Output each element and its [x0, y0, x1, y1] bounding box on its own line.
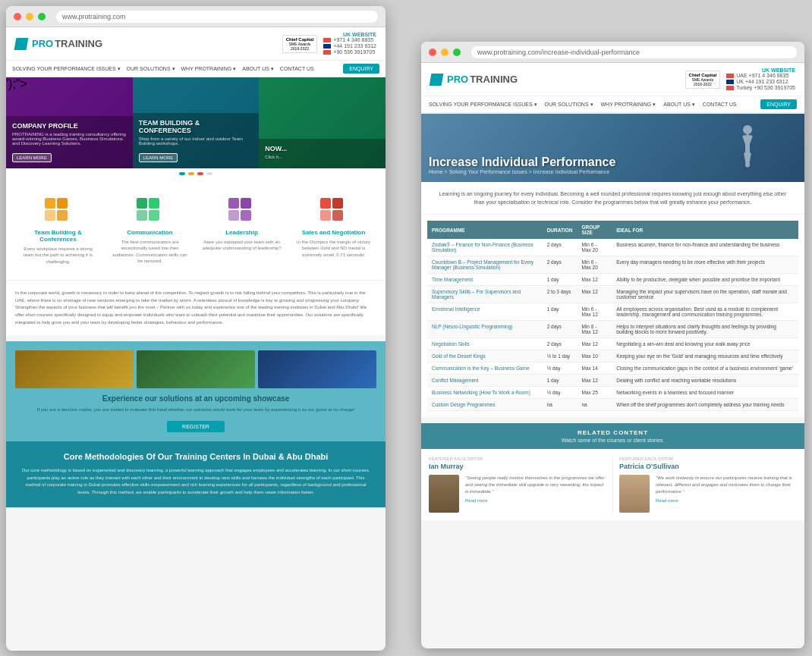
hero-panel-now: NOW... Click h... — [259, 77, 386, 168]
table-row: Countdown B – Project Management for Eve… — [427, 256, 798, 274]
logo-left: PRO TRAINING — [15, 38, 102, 50]
right-header-info: Chief Capital SME Awards 2016-2022 UK WE… — [685, 67, 795, 91]
browser-chrome-left: www.protraining.com — [6, 6, 386, 27]
slider-dots — [6, 168, 386, 179]
facilitator-ian-row: "Seeing people really involve themselves… — [429, 475, 606, 513]
left-browser-window: www.protraining.com PRO TRAINING Chief C… — [6, 6, 386, 651]
close-dot-right[interactable] — [429, 49, 436, 56]
table-row: Emotional Intelligence1 dayMin 6 - Max 1… — [427, 303, 798, 321]
nav-solutions-right[interactable]: OUR SOLUTIONS ▾ — [545, 102, 593, 108]
contact-info-left: UK WEBSITE +971 4 346 8835 +44 191 233 6… — [323, 32, 376, 55]
nav-performance-right[interactable]: SOLVING YOUR PERFORMANCE ISSUES ▾ — [429, 102, 537, 108]
left-browser-content: PRO TRAINING Chief Capital SME Awards 20… — [6, 27, 386, 651]
right-browser-window: www.protraining.com/increase-individual-… — [421, 42, 804, 648]
patricia-photo — [619, 475, 650, 513]
nav-about-right[interactable]: ABOUT US ▾ — [663, 102, 695, 108]
dot-1[interactable] — [179, 172, 185, 175]
browser-chrome-right: www.protraining.com/increase-individual-… — [421, 42, 804, 63]
nav-contact[interactable]: CONTACT US — [280, 66, 314, 71]
facilitator-patricia: FEATURED FACILITATOR Patricia O'Sullivan… — [619, 457, 797, 513]
hero-panel-company: ');"> COMPANY PROFILE PROTRAINING is a l… — [6, 77, 133, 168]
patricia-info: "We work tirelessly to ensure our partic… — [656, 475, 797, 503]
uae-flag-icon-right — [726, 74, 734, 78]
hero-right-text: Increase Individual Performance Home > S… — [429, 155, 615, 174]
facilitators-section: FEATURED FACILITATOR Ian Murray "Seeing … — [421, 449, 804, 520]
showcase-img-3 — [258, 350, 376, 388]
dot-3[interactable] — [197, 172, 203, 175]
breadcrumb: Home > Solving Your Performance Issues >… — [429, 169, 615, 174]
logo-cube-icon — [14, 38, 29, 50]
communication-icon — [135, 194, 165, 224]
uk-flag-icon-right — [726, 80, 734, 84]
table-row: Conflict Management1 dayMax 12Dealing wi… — [427, 375, 798, 387]
solution-sales-negotiation: Sales and Negotiation In the Olympics th… — [291, 188, 376, 271]
right-browser-content: PRO TRAINING Chief Capital SME Awards 20… — [421, 63, 804, 648]
hero-slider: ');"> COMPANY PROFILE PROTRAINING is a l… — [6, 77, 386, 168]
awards-badge: Chief Capital SME Awards 2016-2022 — [282, 35, 318, 53]
maximize-dot[interactable] — [38, 13, 46, 20]
table-body: Zodiak® – Finance for Non-Finance (Busin… — [427, 239, 798, 411]
nav-left: SOLVING YOUR PERFORMANCE ISSUES ▾ OUR SO… — [6, 61, 386, 77]
col-duration: DURATION — [543, 221, 578, 239]
ian-info: "Seeing people really involve themselves… — [465, 475, 606, 503]
table-row: Time Management1 dayMax 12Ability to be … — [427, 274, 798, 286]
nav-right: SOLVING YOUR PERFORMANCE ISSUES ▾ OUR SO… — [421, 96, 804, 114]
logo-right: PRO TRAINING — [430, 74, 518, 86]
turkey-flag-icon-right — [726, 86, 734, 90]
programmes-table: PROGRAMME DURATION GROUP SIZE IDEAL FOR … — [427, 221, 798, 411]
col-group-size: GROUP SIZE — [578, 221, 612, 239]
logo-cube-icon-right — [430, 74, 444, 86]
url-bar-left[interactable]: www.protraining.com — [56, 11, 378, 23]
maximize-dot-right[interactable] — [453, 49, 461, 56]
hero-learn-more-1[interactable]: LEARN MORE — [12, 153, 52, 162]
table-row: NLP (Neuro-Linguistic Programming)2 days… — [427, 321, 798, 338]
svg-point-0 — [743, 125, 752, 134]
turkey-flag-icon — [323, 50, 331, 55]
table-row: Negotiation Skills2 daysMax 12Negotiatin… — [427, 338, 798, 350]
showcase-img-1 — [15, 350, 134, 388]
body-text: In the corporate world, growth is necess… — [6, 280, 386, 335]
close-dot[interactable] — [14, 13, 21, 20]
nav-why[interactable]: WHY PROTRAINING ▾ — [181, 66, 237, 72]
table-row: Business Networking (How To Work a Room)… — [427, 387, 798, 399]
table-row: Supervisory Skills – For Supervisors and… — [427, 286, 798, 303]
solution-communication: Communication The best communicators are… — [107, 188, 193, 271]
dot-2[interactable] — [188, 172, 194, 175]
patricia-read-more[interactable]: Read more — [656, 498, 797, 503]
hero-panel-team: TEAM BUILDING & CONFERENCES Shop from a … — [133, 77, 260, 168]
url-bar-right[interactable]: www.protraining.com/increase-individual-… — [471, 46, 797, 58]
programmes-table-wrapper: PROGRAMME DURATION GROUP SIZE IDEAL FOR … — [421, 215, 804, 417]
facilitator-ian: FEATURED FACILITATOR Ian Murray "Seeing … — [429, 457, 606, 513]
showcase-section: Experience our solutions at an upcoming … — [6, 341, 386, 441]
sales-negotiation-icon — [319, 194, 349, 224]
table-row: Zodiak® – Finance for Non-Finance (Busin… — [427, 239, 798, 256]
awards-badge-right: Chief Capital SME Awards 2016-2022 — [685, 71, 721, 89]
nav-performance[interactable]: SOLVING YOUR PERFORMANCE ISSUES ▾ — [12, 66, 121, 72]
header-awards: Chief Capital SME Awards 2016-2022 UK WE… — [282, 32, 376, 55]
showcase-images — [15, 350, 376, 388]
register-button[interactable]: REGISTER — [167, 421, 225, 432]
team-building-icon — [43, 194, 74, 224]
nav-contact-right[interactable]: CONTACT US — [703, 102, 737, 107]
core-section: Core Methodologies Of Our Training Cente… — [6, 441, 386, 507]
related-content-section: RELATED CONTENT Watch some of the course… — [421, 423, 804, 449]
table-row: Communication is the Key – Business Game… — [427, 363, 798, 375]
nav-solutions[interactable]: OUR SOLUTIONS ▾ — [127, 66, 175, 72]
enquiry-button-left[interactable]: ENQUIRY — [343, 64, 379, 74]
col-ideal-for: IDEAL FOR — [612, 221, 798, 239]
ian-photo — [429, 475, 459, 513]
minimize-dot[interactable] — [26, 13, 33, 20]
table-row: Custom Design ProgrammesnanaWhen off the… — [427, 399, 798, 411]
hero-learn-more-2[interactable]: LEARN MORE — [139, 153, 178, 162]
ian-read-more[interactable]: Read more — [465, 498, 606, 503]
enquiry-button-right[interactable]: ENQUIRY — [760, 99, 797, 109]
dot-4[interactable] — [206, 172, 212, 175]
col-programme: PROGRAMME — [427, 221, 543, 239]
table-row: Gold of the Desert Kings½ to 1 dayMax 10… — [427, 350, 798, 363]
minimize-dot-right[interactable] — [441, 49, 448, 56]
climber-figure — [736, 122, 759, 178]
nav-why-right[interactable]: WHY PROTRAINING ▾ — [601, 102, 656, 108]
solutions-grid: Team Building & Conferences Every workpl… — [6, 179, 386, 280]
solution-team-building: Team Building & Conferences Every workpl… — [15, 188, 101, 271]
nav-about[interactable]: ABOUT US ▾ — [242, 66, 274, 72]
